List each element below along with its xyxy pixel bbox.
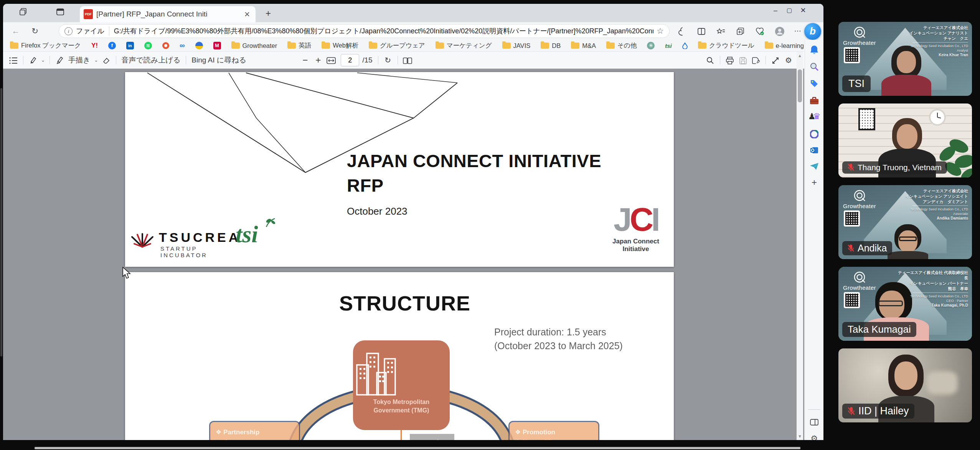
orange-ring-icon bbox=[162, 42, 169, 49]
pdf-settings-gear-icon[interactable]: ⚙ bbox=[782, 56, 795, 65]
bookmark-folder[interactable]: M&A bbox=[571, 42, 596, 49]
tsi-icon: tsi bbox=[665, 43, 672, 49]
jci-letter-i: I bbox=[651, 201, 658, 238]
save-icon[interactable] bbox=[736, 56, 749, 65]
bookmark-chatgpt[interactable]: ✳ bbox=[647, 42, 655, 49]
sidebar-add-icon[interactable]: + bbox=[808, 176, 820, 189]
bookmark-folder[interactable]: クラウドツール bbox=[698, 41, 754, 50]
print-icon[interactable] bbox=[723, 56, 736, 65]
games-icon[interactable]: ♟♛ bbox=[808, 110, 820, 123]
page-info-icon[interactable]: i bbox=[64, 27, 73, 35]
expand-icon[interactable] bbox=[769, 56, 782, 65]
more-menu-icon[interactable]: ⋯ bbox=[792, 25, 803, 37]
bookmark-folder[interactable]: Firefox ブックマーク bbox=[10, 41, 81, 50]
sidebar-search-icon[interactable] bbox=[808, 60, 820, 72]
browser-health-icon[interactable] bbox=[754, 25, 766, 37]
tab-actions-icon[interactable] bbox=[56, 8, 67, 18]
pdf-viewport[interactable]: JAPAN CONNECT INITIATIVE RFP October 202… bbox=[3, 69, 804, 440]
bookmark-spotify[interactable]: ≋ bbox=[144, 42, 152, 49]
split-screen-icon[interactable] bbox=[696, 25, 707, 37]
eraser-icon[interactable] bbox=[100, 56, 113, 65]
active-tab[interactable]: PDF [Partner] RFP_Japan Connect Initi ✕ bbox=[80, 6, 256, 22]
page-number-input[interactable] bbox=[341, 54, 359, 66]
highlighter-icon[interactable] bbox=[26, 56, 40, 65]
fit-width-icon[interactable] bbox=[325, 56, 338, 65]
bookmark-globe[interactable] bbox=[195, 42, 203, 49]
facebook-icon: f bbox=[108, 42, 116, 49]
pdf-scrollbar[interactable]: ▲ ▼ bbox=[797, 52, 803, 440]
address-bar[interactable]: i ファイル G:/共有ドライブ/99%E3%80%80外部共有用/08%E3%… bbox=[59, 24, 670, 38]
participant-tile-taka[interactable]: Growtheater ティーエスアイ株式会社 代表取締役社長 インキュベーショ… bbox=[838, 267, 972, 341]
ask-bing-button[interactable]: Bing AI に尋ねる bbox=[189, 55, 249, 65]
tsucrea-mark-icon bbox=[130, 232, 155, 250]
tools-toolbox-icon[interactable] bbox=[808, 94, 820, 106]
bookmark-folder[interactable]: DB bbox=[541, 42, 561, 49]
red-m-icon: M bbox=[213, 42, 221, 49]
bookmark-folder[interactable]: マーケティング bbox=[436, 41, 492, 50]
background-blur-blob bbox=[927, 371, 957, 394]
bookmark-folder[interactable]: グループウェア bbox=[369, 41, 425, 50]
maximize-button[interactable]: ▢ bbox=[783, 5, 796, 16]
url-text[interactable]: G:/共有ドライブ/99%E3%80%80外部共有用/08%E3%80%80個別… bbox=[114, 26, 653, 36]
shopping-tag-icon[interactable] bbox=[808, 77, 820, 89]
participant-tile-thang[interactable]: Thang Truong, Vietnam bbox=[838, 103, 972, 177]
refresh-icon[interactable]: ↻ bbox=[29, 25, 41, 37]
close-button[interactable]: ✕ bbox=[797, 5, 810, 16]
tab-bar: PDF [Partner] RFP_Japan Connect Initi ✕ … bbox=[3, 4, 823, 22]
chevron-down-icon[interactable]: ⌄ bbox=[93, 57, 100, 63]
bookmark-linkedin[interactable]: in bbox=[126, 42, 134, 49]
outlook-icon[interactable] bbox=[808, 143, 820, 156]
drop-paper-plane-icon[interactable] bbox=[808, 159, 820, 172]
favorites-icon[interactable] bbox=[715, 25, 727, 37]
bookmark-folder[interactable]: Growtheater bbox=[231, 42, 277, 49]
new-tab-button[interactable]: + bbox=[262, 8, 274, 19]
notifications-bell-icon[interactable] bbox=[808, 43, 820, 55]
browser-essentials-icon[interactable] bbox=[676, 25, 687, 37]
bookmark-droplet[interactable] bbox=[682, 42, 688, 49]
zoom-out-icon[interactable]: − bbox=[299, 55, 312, 66]
participant-tile-andika[interactable]: Growtheater ティーエスアイ株式会社 インキュベーション アソシエイト… bbox=[838, 185, 972, 259]
profile-avatar[interactable] bbox=[774, 25, 785, 37]
bookmark-m[interactable]: M bbox=[213, 42, 221, 49]
page-view-icon[interactable] bbox=[401, 56, 414, 65]
draw-pen-icon[interactable] bbox=[53, 56, 66, 65]
draw-label[interactable]: 手描き bbox=[66, 55, 92, 65]
tab-close-icon[interactable]: ✕ bbox=[243, 10, 252, 19]
search-icon[interactable] bbox=[704, 56, 717, 65]
bookmark-facebook[interactable]: f bbox=[108, 42, 116, 49]
save-as-icon[interactable] bbox=[749, 56, 762, 65]
rotate-icon[interactable]: ↻ bbox=[381, 56, 394, 65]
bookmark-folder[interactable]: 英語 bbox=[287, 41, 311, 50]
tsi-leaf-icon bbox=[264, 218, 276, 228]
microsoft-365-icon[interactable] bbox=[808, 127, 820, 140]
chevron-down-icon[interactable]: ⌄ bbox=[40, 57, 46, 63]
participant-tile-hailey[interactable]: IID | Hailey bbox=[838, 348, 972, 422]
connector-line bbox=[401, 430, 402, 440]
sidebar-settings-gear-icon[interactable]: ⚙ bbox=[808, 432, 820, 440]
bookmark-folder[interactable]: その他 bbox=[606, 41, 637, 50]
scroll-down-icon[interactable]: ▼ bbox=[797, 434, 802, 439]
bookmark-tsi[interactable]: tsi bbox=[665, 43, 672, 49]
jci-letter-c: C bbox=[630, 201, 651, 238]
collections-icon[interactable] bbox=[735, 25, 746, 37]
bookmark-orange-ring[interactable] bbox=[162, 42, 169, 49]
participant-tile-tsi[interactable]: Growtheater ティーエスアイ株式会社 インキュベーション アナリスト … bbox=[838, 22, 972, 96]
participant-face bbox=[897, 124, 917, 149]
bookmark-yahoo[interactable]: Y! bbox=[91, 42, 98, 49]
workspaces-icon[interactable] bbox=[19, 8, 30, 18]
sidebar-panel-icon[interactable] bbox=[808, 416, 820, 428]
bing-copilot-button[interactable]: b bbox=[804, 23, 821, 40]
scroll-up-icon[interactable]: ▲ bbox=[797, 53, 802, 58]
table-of-contents-icon[interactable] bbox=[7, 56, 20, 65]
read-aloud-button[interactable]: 音声で読み上げる bbox=[119, 55, 183, 65]
bookmark-folder[interactable]: JAVIS bbox=[502, 42, 531, 49]
zoom-in-icon[interactable]: + bbox=[312, 55, 325, 66]
back-icon[interactable]: ← bbox=[10, 25, 21, 37]
mouse-cursor bbox=[122, 267, 132, 279]
bookmark-folder[interactable]: Web解析 bbox=[322, 41, 358, 50]
bookmark-folder[interactable]: e-learning bbox=[765, 42, 804, 49]
favorite-star-icon[interactable]: ☆ bbox=[657, 26, 664, 36]
minimize-button[interactable]: – bbox=[769, 5, 782, 16]
bookmark-infinity[interactable]: ∞ bbox=[180, 41, 185, 50]
scrollbar-thumb[interactable] bbox=[798, 69, 802, 102]
